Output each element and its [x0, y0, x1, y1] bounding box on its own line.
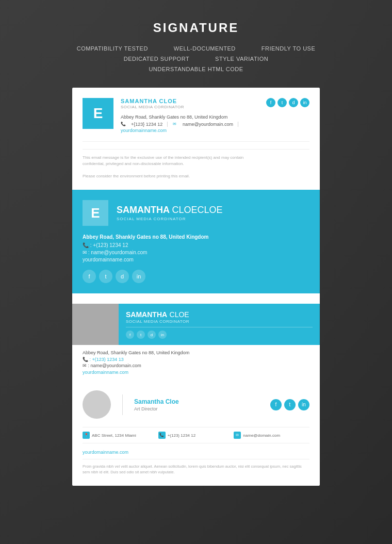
- sig3-linkedin-icon[interactable]: in: [158, 331, 167, 339]
- feature-style: STYLE VARIATION: [215, 56, 268, 62]
- sig4-contact-row: 📍 ABC Street, 1234 Miami 📞 +(123) 1234 1…: [83, 427, 309, 443]
- sig2-twitter-icon[interactable]: t: [99, 270, 112, 283]
- page-content: SIGNATURE COMPATIBILITY TESTED WELL-DOCU…: [0, 0, 392, 506]
- sig3-address: Abbey Road, Shankly Gates no 88, United …: [83, 350, 309, 355]
- sig1-info: SAMANTHA CLOE SOCIAL MEDIA CORDINATOR f …: [121, 98, 309, 133]
- sig2-avatar: E: [83, 200, 108, 226]
- sig3-blue-area: SAMANTHA CLOE SOCIAL MEDIA CORDINATOR f …: [119, 304, 320, 345]
- sig2-last-name-2: CLOE: [197, 205, 222, 215]
- sig3-last-name: CLOE: [170, 310, 189, 319]
- sig1-address: Abbey Road, Shankly Gates no 88, United …: [121, 114, 309, 120]
- sig3-job-title: SOCIAL MEDIA CORDINATOR: [126, 319, 313, 324]
- sig4-vertical-divider: [122, 394, 123, 415]
- sig2-job-title: SOCIAL MEDIA CORDINATOR: [117, 217, 223, 221]
- sig2-email: ✉ : name@yourdomain.com: [83, 250, 309, 255]
- main-card: E SAMANTHA CLOE SOCIAL MEDIA CORDINATOR …: [72, 88, 320, 486]
- signature-4: Samantha Cloe Art Director f t in 📍 ABC …: [83, 380, 309, 475]
- sig2-address: Abbey Road, Shankly Gates no 88, United …: [83, 234, 309, 240]
- signature-2: E SAMANTHA CLOECLOE SOCIAL MEDIA CORDINA…: [72, 190, 320, 293]
- sig2-facebook-icon[interactable]: f: [83, 270, 96, 283]
- sig1-avatar: E: [83, 98, 113, 129]
- sig3-top: SAMANTHA CLOE SOCIAL MEDIA CORDINATOR f …: [72, 304, 320, 345]
- sig4-avatar: [83, 390, 111, 419]
- features-row-3: UNDERSTANDABLE HTML CODE: [10, 66, 382, 72]
- sig1-linkedin-icon[interactable]: in: [300, 98, 309, 107]
- features-row-2: DEDICATED SUPPORT STYLE VARIATION: [10, 56, 382, 62]
- disclaimer-line1: This email message is for the exclusive …: [83, 155, 309, 161]
- sig3-email: ✉ : name@yourdomain.com: [83, 363, 309, 368]
- contact-separator: |: [167, 121, 168, 127]
- sig3-facebook-icon[interactable]: f: [126, 331, 134, 339]
- sig2-linkedin-icon[interactable]: in: [132, 270, 145, 283]
- sig4-phone-text: +(123) 1234 12: [168, 433, 196, 438]
- pin-icon: 📍: [83, 432, 90, 439]
- sig4-name: Samantha Cloe: [134, 398, 179, 405]
- sig3-phone: 📞 : +(123) 1234 13: [83, 357, 309, 362]
- sig4-phone-item: 📞 +(123) 1234 12: [158, 432, 234, 439]
- sig3-bottom: Abbey Road, Shankly Gates no 88, United …: [72, 345, 320, 380]
- phone-icon: 📞: [158, 432, 166, 439]
- feature-compatibility: COMPATIBILITY TESTED: [77, 45, 148, 52]
- feature-friendly: FRIENDLY TO USE: [262, 45, 316, 52]
- phone-label: 📞: [83, 242, 89, 248]
- sig3-website[interactable]: yourdomainname.com: [83, 370, 309, 375]
- sig1-email: name@yourdomain.com: [183, 122, 233, 127]
- sig1-divider: [83, 149, 309, 150]
- sig1-dribbble-icon[interactable]: d: [289, 98, 298, 107]
- sig2-dribbble-icon[interactable]: d: [116, 270, 129, 283]
- sig2-header: E SAMANTHA CLOECLOE SOCIAL MEDIA CORDINA…: [83, 200, 309, 226]
- sig4-address-text: ABC Street, 1234 Miami: [92, 433, 136, 438]
- sig1-name: SAMANTHA CLOE: [121, 98, 184, 104]
- sig2-name-block: SAMANTHA CLOECLOE SOCIAL MEDIA CORDINATO…: [117, 205, 223, 221]
- sig4-header: Samantha Cloe Art Director f t in: [83, 390, 309, 419]
- sig4-linkedin-icon[interactable]: in: [298, 399, 309, 410]
- sig4-disclaimer: Proin gravida nibh vel velit auctor aliq…: [83, 464, 309, 475]
- feature-documented: WELL-DOCUMENTED: [174, 45, 236, 52]
- features-row-1: COMPATIBILITY TESTED WELL-DOCUMENTED FRI…: [10, 45, 382, 52]
- sig4-twitter-icon[interactable]: t: [284, 399, 296, 410]
- sig3-twitter-icon[interactable]: t: [137, 331, 145, 339]
- phone-icon: 📞: [83, 357, 88, 362]
- sig1-facebook-icon[interactable]: f: [266, 98, 275, 107]
- sig4-divider: [83, 459, 309, 459]
- sig1-twitter-icon[interactable]: t: [277, 98, 287, 107]
- sig3-first-name: SAMANTHA: [126, 310, 167, 319]
- contact-separator-2: |: [237, 121, 239, 127]
- mail-icon: ✉: [234, 432, 241, 439]
- feature-html: UNDERSTANDABLE HTML CODE: [149, 66, 243, 72]
- sig4-facebook-icon[interactable]: f: [270, 399, 282, 410]
- sig2-fullname: SAMANTHA CLOECLOE: [117, 205, 223, 216]
- sig4-address-item: 📍 ABC Street, 1234 Miami: [83, 432, 158, 439]
- sig2-website[interactable]: yourdomainname.com: [83, 257, 309, 262]
- sig1-contact-row: 📞 +{123} 1234 12 | ✉ name@yourdomain.com…: [121, 121, 309, 127]
- mail-icon: ✉: [172, 122, 177, 127]
- sig1-details: Abbey Road, Shankly Gates no 88, United …: [121, 114, 309, 133]
- sig1-phone: +{123} 1234 12: [131, 122, 162, 127]
- sig2-first-name: SAMANTHA: [117, 205, 170, 215]
- disclaimer-line3: Please consider the environment before p…: [83, 173, 309, 179]
- sig3-dribbble-icon[interactable]: d: [148, 331, 156, 339]
- sig1-disclaimer: This email message is for the exclusive …: [83, 155, 309, 179]
- sig3-social: f t d in: [126, 331, 313, 339]
- sig2-social: f t d in: [83, 270, 309, 283]
- sig3-name: SAMANTHA CLOE: [126, 310, 313, 319]
- page-title: SIGNATURE: [10, 21, 382, 35]
- sig3-divider: [126, 327, 313, 327]
- sig1-website[interactable]: yourdomainname.com: [121, 128, 309, 133]
- mail-icon: ✉: [83, 363, 87, 368]
- page-header: SIGNATURE COMPATIBILITY TESTED WELL-DOCU…: [10, 21, 382, 72]
- sig4-email-item: ✉ name@domain.com: [234, 432, 309, 439]
- sig4-social: f t in: [270, 399, 309, 410]
- sig2-last-name: CLOE: [172, 205, 197, 215]
- phone-icon: 📞: [121, 122, 126, 127]
- sig4-email-text: name@domain.com: [243, 433, 280, 438]
- sig4-name-block: Samantha Cloe Art Director: [134, 398, 179, 411]
- sig1-social-icons: f t d in: [266, 98, 309, 107]
- features-list: COMPATIBILITY TESTED WELL-DOCUMENTED FRI…: [10, 45, 382, 72]
- sig1-job-title: SOCIAL MEDIA CORDINATOR: [121, 105, 184, 109]
- signature-3: SAMANTHA CLOE SOCIAL MEDIA CORDINATOR f …: [72, 304, 320, 380]
- signature-1: E SAMANTHA CLOE SOCIAL MEDIA CORDINATOR …: [83, 98, 309, 142]
- mail-label: ✉: [83, 250, 87, 255]
- sig4-website[interactable]: yourdomainname.com: [83, 450, 309, 455]
- disclaimer-line2: confidential, privileged and non-disclos…: [83, 161, 309, 167]
